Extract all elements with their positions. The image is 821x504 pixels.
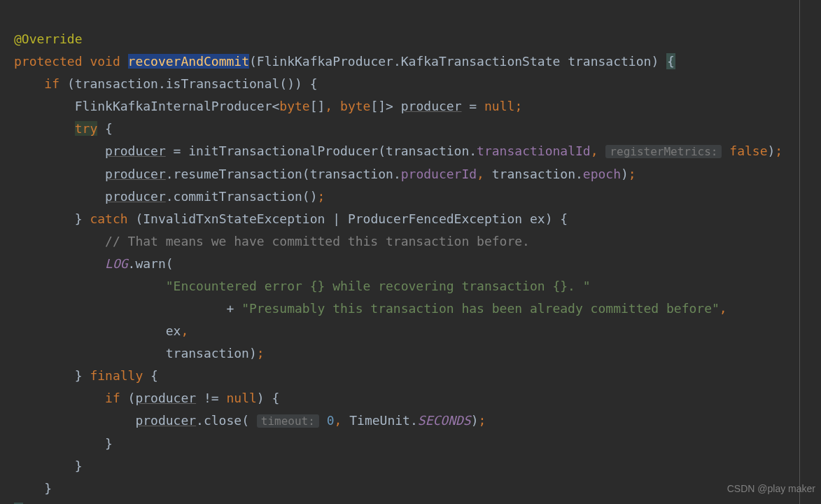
pipe: | xyxy=(332,211,340,226)
keyword-catch: catch xyxy=(90,211,127,226)
comma: , xyxy=(720,301,727,316)
field: epoch xyxy=(583,167,621,181)
arg: transaction xyxy=(166,346,249,360)
brace: { xyxy=(272,391,280,405)
paren: ( xyxy=(378,144,386,158)
neq: != xyxy=(204,391,219,405)
exc-type: ProducerFencedException xyxy=(348,211,522,226)
field: transactionalId xyxy=(477,144,591,158)
arg: transaction. xyxy=(386,144,477,158)
type-arg: byte xyxy=(340,99,370,113)
brace: } xyxy=(75,368,83,383)
comma: , xyxy=(335,413,342,428)
comma: , xyxy=(181,323,188,338)
brace: } xyxy=(75,211,83,226)
paren: ) xyxy=(621,167,629,181)
exc-var: ex xyxy=(530,211,545,226)
comment: // That means we have committed this tra… xyxy=(105,234,530,248)
comma: , xyxy=(325,99,332,113)
brace: } xyxy=(44,481,52,496)
brace: { xyxy=(105,121,113,136)
generic-open: < xyxy=(272,99,279,113)
paren: ( xyxy=(67,76,75,91)
comma: , xyxy=(591,144,598,158)
call: .close xyxy=(196,413,241,428)
eq: = xyxy=(174,144,181,158)
semi: ; xyxy=(257,346,265,360)
generic-close: > xyxy=(386,99,393,113)
call: initTransactionalProducer xyxy=(188,144,378,158)
param-hint: registerMetrics: xyxy=(605,145,722,158)
paren: ( xyxy=(128,391,136,405)
keyword-false: false xyxy=(729,144,767,158)
keyword-protected: protected xyxy=(14,54,83,69)
method-name: recoverAndCommit xyxy=(128,54,249,69)
plus: + xyxy=(226,301,234,316)
log-ident: LOG xyxy=(105,256,128,271)
paren: ( xyxy=(249,54,257,69)
type-arg: byte xyxy=(279,99,309,113)
brace: } xyxy=(75,458,83,473)
keyword-try: try xyxy=(75,121,98,136)
call: .warn xyxy=(128,256,166,271)
exc-type: InvalidTxnStateException xyxy=(143,211,325,226)
arg: TimeUnit. xyxy=(349,413,418,428)
brackets: [] xyxy=(310,99,325,113)
semi: ; xyxy=(514,99,522,113)
watermark: CSDN @play maker xyxy=(727,477,815,500)
arg: transaction. xyxy=(492,167,583,181)
brace: { xyxy=(560,211,568,226)
param-type: FlinkKafkaProducer.KafkaTransactionState xyxy=(257,54,560,69)
param-name: transaction xyxy=(568,54,651,69)
var-producer: producer xyxy=(135,391,196,405)
keyword-finally: finally xyxy=(90,368,143,383)
paren: ) xyxy=(768,144,776,158)
var-producer: producer xyxy=(105,167,166,181)
string-literal: "Encountered error {} while recovering t… xyxy=(166,279,591,293)
keyword-null: null xyxy=(227,391,257,405)
string-literal: "Presumably this transaction has been al… xyxy=(241,301,720,316)
code-editor[interactable]: @Override protected void recoverAndCommi… xyxy=(0,0,821,504)
paren: ) xyxy=(651,54,659,69)
field: producerId xyxy=(401,167,477,181)
type: FlinkKafkaInternalProducer xyxy=(75,99,272,113)
arg: ex xyxy=(166,323,181,338)
paren: ( xyxy=(135,211,143,226)
paren: () xyxy=(302,189,318,204)
arg: transaction. xyxy=(310,167,401,181)
paren: ( xyxy=(302,167,310,181)
code-content[interactable]: @Override protected void recoverAndCommi… xyxy=(14,6,799,504)
semi: ; xyxy=(775,144,783,158)
brace: } xyxy=(105,436,113,451)
margin-line xyxy=(799,0,800,504)
brace-open: { xyxy=(666,53,675,69)
call: .commitTransaction xyxy=(166,189,302,204)
paren: ) xyxy=(545,211,553,226)
brace: { xyxy=(310,76,318,91)
brackets: [] xyxy=(370,99,386,113)
var-producer: producer xyxy=(105,144,166,158)
semi: ; xyxy=(479,413,486,428)
keyword-if: if xyxy=(44,76,59,91)
param-hint: timeout: xyxy=(257,414,319,428)
var-producer: producer xyxy=(135,413,196,428)
annotation: @Override xyxy=(14,31,83,46)
semi: ; xyxy=(318,189,325,204)
keyword-null: null xyxy=(484,99,514,113)
constant: SECONDS xyxy=(418,413,471,428)
comma: , xyxy=(477,167,484,181)
paren: ) xyxy=(471,413,479,428)
paren: ) xyxy=(249,346,257,360)
eq: = xyxy=(469,99,477,113)
expr: transaction.isTransactional() xyxy=(75,76,295,91)
paren: ( xyxy=(241,413,249,428)
var-producer: producer xyxy=(105,189,166,204)
keyword-void: void xyxy=(90,54,120,69)
semi: ; xyxy=(629,167,636,181)
number: 0 xyxy=(327,413,335,428)
paren: ) xyxy=(257,391,265,405)
call: .resumeTransaction xyxy=(166,167,302,181)
keyword-if: if xyxy=(105,391,120,405)
brace: { xyxy=(150,368,158,383)
var-producer: producer xyxy=(401,99,462,113)
